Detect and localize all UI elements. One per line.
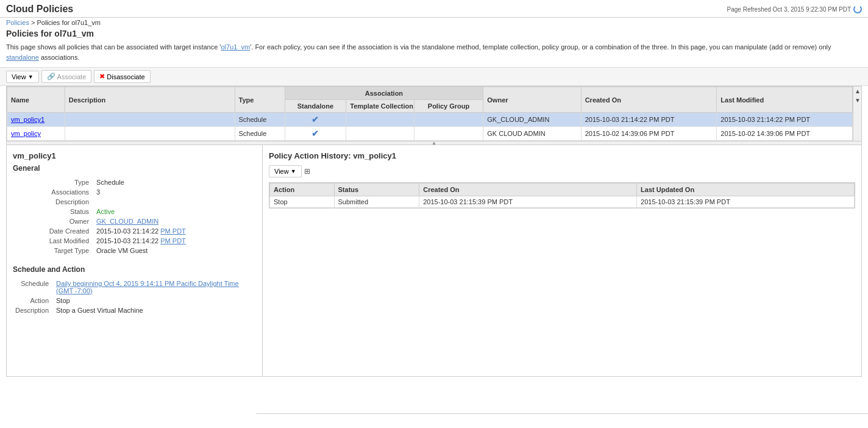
associate-button[interactable]: 🔗 Associate	[41, 70, 92, 83]
last-modified-label: Last Modified	[13, 236, 94, 246]
row-standalone: ✔	[285, 113, 346, 127]
detail-row-owner: Owner GK_CLOUD_ADMIN	[13, 216, 256, 226]
breadcrumb-current: Policies for ol7u1_vm	[37, 19, 101, 26]
view-button[interactable]: View ▼	[6, 71, 39, 83]
view-dropdown-arrow: ▼	[28, 74, 34, 80]
view-label: View	[12, 73, 26, 80]
scroll-down[interactable]: ▼	[853, 96, 861, 105]
detail-row-date-created: Date Created 2015-10-03 21:14:22 PM PDT	[13, 226, 256, 236]
refresh-info: Page Refreshed Oct 3, 2015 9:22:30 PM PD…	[727, 5, 862, 13]
detail-split-container: vm_policy1 General Type Schedule Associa…	[6, 145, 862, 377]
last-modified-value: 2015-10-03 21:14:22 PM PDT	[94, 236, 256, 246]
col-template-collection: Template Collection	[346, 100, 414, 113]
row-type: Schedule	[235, 127, 285, 141]
page-header: Cloud Policies Page Refreshed Oct 3, 201…	[0, 0, 868, 18]
row-name: vm_policy1	[7, 113, 65, 127]
row-last-modified: 2015-10-03 21:14:22 PM PDT	[717, 113, 853, 127]
row-template-collection	[346, 127, 414, 141]
col-type: Type	[235, 87, 285, 113]
col-last-modified: Last Modified	[717, 87, 853, 113]
row-policy-group	[414, 127, 483, 141]
schedule-row-description: Description Stop a Guest Virtual Machine	[13, 305, 256, 315]
detail-row-description: Description	[13, 197, 256, 207]
owner-value: GK_CLOUD_ADMIN	[94, 216, 256, 226]
schedule-subtitle: Schedule and Action	[13, 265, 256, 274]
history-view-button[interactable]: View ▼	[269, 165, 302, 177]
row-policy-group	[414, 113, 483, 127]
col-description: Description	[65, 87, 235, 113]
date-created-label: Date Created	[13, 226, 94, 236]
col-name: Name	[7, 87, 65, 113]
col-association-group: Association	[285, 87, 483, 100]
status-value: Active	[94, 207, 256, 216]
detail-row-last-modified: Last Modified 2015-10-03 21:14:22 PM PDT	[13, 236, 256, 246]
col-standalone: Standalone	[285, 100, 346, 113]
history-created-on: 2015-10-03 21:15:39 PM PDT	[419, 196, 637, 208]
disassociate-button[interactable]: ✖ Disassociate	[94, 70, 150, 83]
refresh-text: Page Refreshed Oct 3, 2015 9:22:30 PM PD…	[727, 6, 851, 13]
standalone-link[interactable]: standalone	[6, 54, 39, 61]
row-template-collection	[346, 113, 414, 127]
detail-panel: vm_policy1 General Type Schedule Associa…	[7, 145, 263, 376]
general-details-table: Type Schedule Associations 3 Description…	[13, 177, 256, 255]
row-created-on: 2015-10-02 14:39:06 PM PDT	[581, 127, 717, 141]
row-type: Schedule	[235, 113, 285, 127]
row-last-modified: 2015-10-02 14:39:06 PM PDT	[717, 127, 853, 141]
schedule-description-label: Description	[13, 305, 54, 315]
history-col-last-updated-on: Last Updated On	[637, 184, 855, 196]
breadcrumb-policies[interactable]: Policies	[6, 19, 29, 26]
action-value: Stop	[54, 296, 256, 305]
app-title: Cloud Policies	[6, 4, 73, 15]
breadcrumb: Policies > Policies for ol7u1_vm	[0, 18, 868, 27]
filter-icon[interactable]: ⊞	[304, 167, 310, 176]
table-row[interactable]: vm_policy Schedule ✔ GK CLOUD ADMIN 2015…	[7, 127, 853, 141]
detail-row-target-type: Target Type Oracle VM Guest	[13, 246, 256, 255]
schedule-label: Schedule	[13, 279, 54, 296]
row-name: vm_policy	[7, 127, 65, 141]
main-toolbar: View ▼ 🔗 Associate ✖ Disassociate	[0, 67, 868, 86]
history-panel: Policy Action History: vm_policy1 View ▼…	[263, 145, 861, 376]
associations-value: 3	[94, 187, 256, 197]
row-description	[65, 113, 235, 127]
associate-icon: 🔗	[47, 73, 55, 80]
refresh-icon[interactable]	[853, 5, 862, 13]
history-view-arrow: ▼	[291, 168, 296, 174]
table-row[interactable]: vm_policy1 Schedule ✔ GK_CLOUD_ADMIN 201…	[7, 113, 853, 127]
schedule-details-table: Schedule Daily beginning Oct 4, 2015 9:1…	[13, 279, 256, 315]
history-row: Stop Submitted 2015-10-03 21:15:39 PM PD…	[270, 196, 855, 208]
history-col-action: Action	[270, 184, 335, 196]
disassociate-label: Disassociate	[107, 73, 144, 80]
target-type-value: Oracle VM Guest	[94, 246, 256, 255]
associations-label: Associations	[13, 187, 94, 197]
description-label: Description	[13, 197, 94, 207]
history-status: Submitted	[334, 196, 419, 208]
row-description	[65, 127, 235, 141]
col-owner: Owner	[483, 87, 581, 113]
schedule-row-schedule: Schedule Daily beginning Oct 4, 2015 9:1…	[13, 279, 256, 296]
date-created-value: 2015-10-03 21:14:22 PM PDT	[94, 226, 256, 236]
row-owner: GK_CLOUD_ADMIN	[483, 113, 581, 127]
schedule-value: Daily beginning Oct 4, 2015 9:14:11 PM P…	[54, 279, 256, 296]
row-standalone: ✔	[285, 127, 346, 141]
history-title: Policy Action History: vm_policy1	[269, 151, 855, 160]
history-action: Stop	[270, 196, 335, 208]
history-last-updated-on: 2015-10-03 21:15:39 PM PDT	[637, 196, 855, 208]
table-scrollbar[interactable]: ▲ ▼	[853, 87, 861, 141]
row-owner: GK CLOUD ADMIN	[483, 127, 581, 141]
schedule-row-action: Action Stop	[13, 296, 256, 305]
col-policy-group: Policy Group	[414, 100, 483, 113]
history-col-status: Status	[334, 184, 419, 196]
status-label: Status	[13, 207, 94, 216]
history-table: Action Status Created On Last Updated On…	[269, 183, 855, 208]
page-description: This page shows all policies that can be…	[0, 41, 868, 67]
page-title: Policies for ol7u1_vm	[0, 27, 868, 41]
type-value: Schedule	[94, 177, 256, 187]
history-col-created-on: Created On	[419, 184, 637, 196]
target-type-label: Target Type	[13, 246, 94, 255]
instance-link[interactable]: ol7u1_vm	[221, 43, 250, 51]
detail-row-status: Status Active	[13, 207, 256, 216]
scroll-up[interactable]: ▲	[853, 87, 861, 96]
owner-label: Owner	[13, 216, 94, 226]
detail-row-type: Type Schedule	[13, 177, 256, 187]
col-created-on: Created On	[581, 87, 717, 113]
